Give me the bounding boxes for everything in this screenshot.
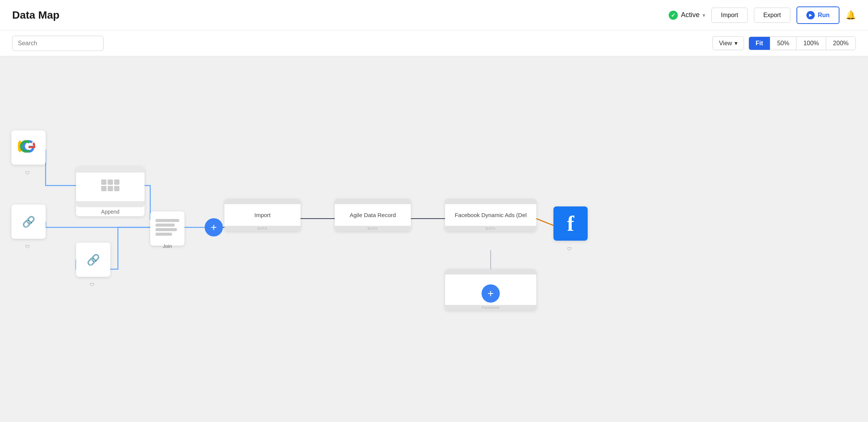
link-icon: 🔗 bbox=[22, 216, 35, 228]
import-label: Import bbox=[229, 212, 296, 218]
fb-ads-footer-text: DATA bbox=[486, 227, 496, 230]
append-footer bbox=[76, 201, 145, 207]
grid-cell bbox=[114, 179, 119, 185]
play-icon bbox=[806, 11, 815, 19]
status-badge[interactable]: Active ▾ bbox=[669, 11, 705, 20]
run-button[interactable]: Run bbox=[796, 6, 839, 24]
zoom-200-button[interactable]: 200% bbox=[826, 37, 855, 50]
fb-ads-body: Facebook Dynamic Ads (Del bbox=[445, 204, 536, 226]
link2-icon: 🔗 bbox=[87, 254, 100, 266]
append-header bbox=[76, 167, 145, 173]
new-node-footer-text: Facebook bbox=[482, 306, 500, 309]
import-top-bar bbox=[224, 199, 300, 204]
link2-shield-badge: 🛡 bbox=[88, 281, 96, 289]
link2-node[interactable]: 🔗 bbox=[76, 243, 110, 277]
import-node[interactable]: Import DATA bbox=[224, 199, 300, 231]
plus-button-1[interactable]: + bbox=[205, 218, 223, 236]
view-button[interactable]: View ▾ bbox=[712, 36, 744, 50]
import-button[interactable]: Import bbox=[711, 8, 747, 23]
grid-cell bbox=[108, 186, 113, 191]
plus-button-2[interactable]: + bbox=[482, 284, 500, 303]
grid-cell bbox=[108, 179, 113, 185]
grid-cell bbox=[101, 179, 107, 185]
header: Data Map Active ▾ Import Export Run 🔔 bbox=[0, 0, 868, 30]
fb-ads-top-bar bbox=[445, 199, 536, 204]
agile-node[interactable]: Agile Data Record DATA bbox=[335, 199, 411, 231]
toolbar-right: View ▾ Fit 50% 100% 200% bbox=[712, 36, 856, 50]
chevron-down-icon: ▾ bbox=[703, 12, 705, 18]
join-row bbox=[156, 228, 177, 231]
status-indicator bbox=[669, 11, 678, 20]
agile-body: Agile Data Record bbox=[335, 204, 411, 226]
grid-cell bbox=[101, 186, 107, 191]
fb-ads-footer: DATA bbox=[445, 226, 536, 231]
link1-node[interactable]: 🔗 bbox=[11, 205, 46, 239]
canvas: 🛡 🔗 🛡 🔗 🛡 Append bbox=[0, 56, 868, 422]
import-footer-text: DATA bbox=[258, 227, 268, 230]
fb-ads-label: Facebook Dynamic Ads (Del bbox=[450, 212, 532, 218]
grid-cell bbox=[114, 186, 119, 191]
notification-icon[interactable]: 🔔 bbox=[846, 10, 856, 20]
join-row bbox=[156, 224, 175, 227]
agile-footer-text: DATA bbox=[368, 227, 378, 230]
zoom-100-button[interactable]: 100% bbox=[796, 37, 826, 50]
page-title: Data Map bbox=[12, 9, 59, 21]
import-footer: DATA bbox=[224, 226, 300, 231]
agile-label: Agile Data Record bbox=[339, 212, 406, 218]
toolbar: View ▾ Fit 50% 100% 200% bbox=[0, 30, 868, 56]
facebook-shield-badge: 🛡 bbox=[565, 245, 574, 253]
google-node[interactable] bbox=[11, 130, 46, 165]
connector-overlay bbox=[0, 56, 868, 422]
grid-icon bbox=[101, 179, 119, 191]
join-icon bbox=[150, 211, 184, 243]
join-node[interactable]: Join bbox=[150, 211, 184, 246]
import-body: Import bbox=[224, 204, 300, 226]
search-input[interactable] bbox=[12, 36, 103, 51]
facebook-icon-node[interactable]: f bbox=[553, 206, 588, 241]
zoom-controls: Fit 50% 100% 200% bbox=[749, 36, 856, 50]
export-button[interactable]: Export bbox=[754, 8, 790, 23]
join-label: Join bbox=[150, 243, 184, 251]
append-label: Append bbox=[76, 207, 145, 216]
facebook-f-icon: f bbox=[567, 211, 574, 236]
agile-footer: DATA bbox=[335, 226, 411, 231]
link1-shield-badge: 🛡 bbox=[23, 243, 32, 251]
append-node[interactable]: Append bbox=[76, 167, 145, 216]
zoom-50-button[interactable]: 50% bbox=[770, 37, 796, 50]
facebook-ads-node[interactable]: Facebook Dynamic Ads (Del DATA bbox=[445, 199, 536, 231]
new-node-footer: Facebook bbox=[445, 305, 536, 310]
google-shield-badge: 🛡 bbox=[23, 169, 32, 177]
run-label: Run bbox=[818, 12, 830, 19]
view-label: View bbox=[719, 40, 732, 47]
join-row bbox=[156, 219, 179, 222]
agile-top-bar bbox=[335, 199, 411, 204]
append-body bbox=[76, 173, 145, 201]
new-node-top bbox=[445, 269, 536, 274]
header-actions: Active ▾ Import Export Run 🔔 bbox=[669, 6, 856, 24]
join-row bbox=[156, 233, 172, 236]
view-chevron-icon: ▾ bbox=[734, 40, 738, 47]
zoom-fit-button[interactable]: Fit bbox=[749, 37, 771, 50]
google-icon bbox=[18, 137, 39, 158]
status-label: Active bbox=[681, 11, 699, 19]
